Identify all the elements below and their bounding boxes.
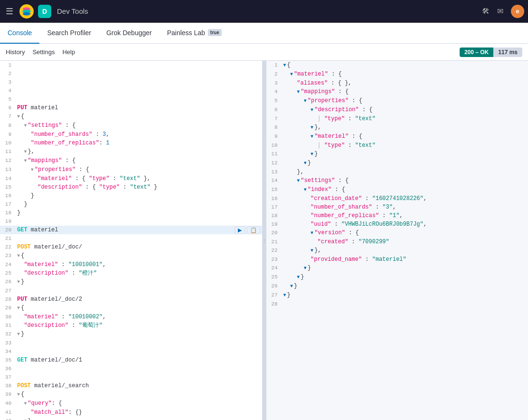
code-line-1: 1: [0, 61, 262, 69]
code-line-19: 19: [0, 217, 262, 226]
code-line-31: 31 "description" : "葡萄汁": [0, 321, 262, 330]
r-line-11: 11 ▼}: [266, 150, 528, 159]
code-line-15: 15 "description" : { "type" : "text" }: [0, 183, 262, 191]
code-line-22: 22POST materiel/_doc/: [0, 243, 262, 251]
r-line-8: 8 ▼},: [266, 123, 528, 132]
r-line-10: 10 │ "type" : "text": [266, 141, 528, 150]
r-line-15: 15 ▼"index" : {: [266, 185, 528, 194]
code-line-4: 4: [0, 86, 262, 95]
r-line-26: 26 ▼}: [266, 282, 528, 291]
run-button[interactable]: ▶: [235, 226, 245, 234]
code-line-33: 33: [0, 339, 262, 347]
r-line-2: 2 ▼"materiel" : {: [266, 70, 528, 79]
code-line-2: 2: [0, 69, 262, 78]
mail-icon[interactable]: ✉: [497, 7, 503, 16]
tab-console[interactable]: Console: [0, 23, 39, 44]
code-line-20[interactable]: 20 GET materiel ▶ 📋: [0, 226, 262, 234]
app-title: Dev Tools: [57, 7, 478, 15]
code-line-8: 8 ▼"settings" : {: [0, 121, 262, 130]
r-line-19: 19 "uuid" : "VHWBJiLcROu6BRJ0b9B7Jg",: [266, 220, 528, 229]
code-line-11: 11 ▼},: [0, 147, 262, 156]
r-line-12: 12 ▼}: [266, 159, 528, 168]
code-line-14: 14 "materiel" : { "type" : "text" },: [0, 174, 262, 183]
top-bar-icons: 🛠 ✉ e: [482, 5, 524, 18]
extensions-icon[interactable]: 🛠: [482, 7, 490, 16]
code-line-12: 12 ▼"mappings" : {: [0, 156, 262, 165]
line-actions: ▶ 📋: [235, 226, 260, 234]
avatar[interactable]: e: [511, 5, 524, 18]
code-line-21: 21: [0, 234, 262, 243]
time-badge: 117 ms: [493, 48, 522, 57]
r-line-20: 20 ▼"version" : {: [266, 229, 528, 238]
code-line-35: 35GET materiel/_doc/1: [0, 356, 262, 364]
code-line-37: 37: [0, 373, 262, 382]
r-line-9: 9 ▼"materiel" : {: [266, 132, 528, 141]
menu-icon[interactable]: ☰: [4, 4, 15, 19]
r-line-3: 3 "aliases" : { },: [266, 79, 528, 87]
sub-toolbar: History Settings Help 200 – OK 117 ms: [0, 44, 528, 61]
help-button[interactable]: Help: [62, 47, 75, 57]
code-line-42: 42 ▼}: [0, 417, 262, 420]
history-button[interactable]: History: [6, 47, 25, 57]
code-line-32: 32▼}: [0, 330, 262, 339]
response-pane: 1▼{ 2 ▼"materiel" : { 3 "aliases" : { },…: [266, 61, 528, 420]
code-line-41: 41 "match_all": {}: [0, 408, 262, 417]
code-line-6: 6PUT materiel: [0, 104, 262, 112]
r-line-4: 4 ▼"mappings" : {: [266, 87, 528, 96]
tab-grok-debugger[interactable]: Grok Debugger: [99, 23, 160, 44]
r-line-24: 24 ▼}: [266, 264, 528, 273]
nav-tabs: Console Search Profiler Grok Debugger Pa…: [0, 23, 528, 44]
code-line-18: 18}: [0, 209, 262, 217]
top-bar: ☰ D Dev Tools 🛠 ✉ e: [0, 0, 528, 23]
r-line-21: 21 "created" : "7090299": [266, 238, 528, 246]
code-line-16: 16 }: [0, 191, 262, 200]
status-time: 200 – OK 117 ms: [460, 48, 522, 57]
r-line-17: 17 "number_of_shards" : "3",: [266, 203, 528, 211]
code-line-25: 25 "description" : "橙汁": [0, 269, 262, 277]
tab-painless-lab[interactable]: Painless Lab true: [160, 23, 229, 44]
code-line-36: 36: [0, 364, 262, 373]
r-line-7: 7 │ "type" : "text": [266, 115, 528, 123]
r-line-5: 5 ▼"properties" : {: [266, 96, 528, 105]
copy-button[interactable]: 📋: [247, 226, 260, 234]
tab-search-profiler[interactable]: Search Profiler: [39, 23, 99, 44]
beta-badge: true: [208, 29, 222, 36]
code-line-23: 23▼{: [0, 251, 262, 260]
code-line-40: 40 ▼"query": {: [0, 399, 262, 408]
code-line-7: 7▼{: [0, 112, 262, 121]
r-line-13: 13 },: [266, 168, 528, 176]
code-line-39: 39▼{: [0, 390, 262, 399]
app-badge: D: [38, 5, 51, 18]
r-line-14: 14 ▼"settings" : {: [266, 176, 528, 185]
r-line-28: 28: [266, 300, 528, 308]
svg-point-3: [23, 12, 30, 15]
r-line-18: 18 "number_of_replicas" : "1",: [266, 211, 528, 220]
r-line-16: 16 "creation_date" : "1602741028226",: [266, 194, 528, 203]
elastic-logo: [19, 4, 34, 19]
r-line-1: 1▼{: [266, 61, 528, 70]
code-line-34: 34: [0, 347, 262, 356]
editor-pane[interactable]: 1 2 3 4 5 6PUT materiel 7▼{ 8 ▼"settings…: [0, 61, 263, 420]
pane-divider[interactable]: ⋮: [263, 61, 266, 420]
status-badge: 200 – OK: [460, 48, 493, 57]
code-line-27: 27: [0, 286, 262, 295]
code-line-13: 13 ▼"properties" : {: [0, 165, 262, 174]
settings-button[interactable]: Settings: [32, 47, 55, 57]
code-line-3: 3: [0, 78, 262, 86]
code-line-28: 28PUT materiel/_doc/2: [0, 295, 262, 304]
code-line-38: 38POST materiel/_search: [0, 382, 262, 390]
editor-container: 1 2 3 4 5 6PUT materiel 7▼{ 8 ▼"settings…: [0, 61, 528, 420]
r-line-22: 22 ▼},: [266, 246, 528, 255]
r-line-25: 25 ▼}: [266, 273, 528, 282]
sub-toolbar-left: History Settings Help: [6, 47, 75, 57]
code-line-26: 26▼}: [0, 277, 262, 286]
code-line-24: 24 "materiel" : "10010001",: [0, 260, 262, 269]
r-line-23: 23 "provided_name" : "materiel": [266, 255, 528, 264]
code-line-5: 5: [0, 95, 262, 104]
r-line-27: 27▼}: [266, 291, 528, 300]
r-line-6: 6 ▼"description" : {: [266, 105, 528, 115]
code-line-29: 29▼{: [0, 304, 262, 313]
code-line-17: 17 }: [0, 200, 262, 209]
code-line-9: 9 "number_of_shards" : 3,: [0, 130, 262, 139]
code-line-30: 30 "materiel" : "10010002",: [0, 313, 262, 321]
